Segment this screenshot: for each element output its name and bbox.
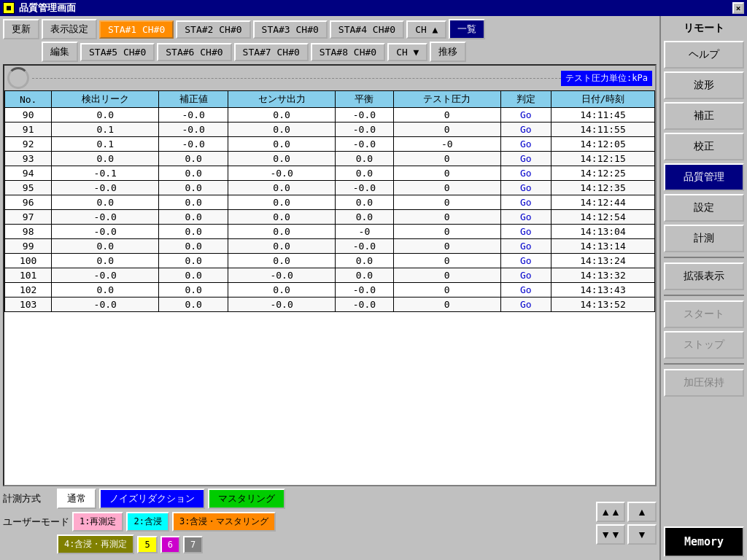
table-cell: 0.0 (228, 152, 336, 166)
table-cell: 0.0 (159, 195, 228, 210)
table-header-cell: 補正値 (159, 91, 228, 108)
bottom-arrow-button[interactable]: ▼▼ (596, 524, 625, 545)
edit-button[interactable]: 編集 (42, 42, 78, 62)
sta2-tab[interactable]: STA#2 CH#0 (176, 20, 250, 39)
close-button[interactable]: × (732, 2, 744, 14)
table-cell: Go (500, 210, 551, 225)
table-row[interactable]: 94-0.10.0-0.00.00Go14:12:25 (5, 166, 655, 181)
table-cell: -0.0 (52, 225, 159, 239)
table-cell: 0.0 (228, 122, 336, 137)
table-cell: -0.1 (52, 166, 159, 181)
settings-button[interactable]: 設定 (664, 194, 744, 222)
measurement-button[interactable]: 計測 (664, 225, 744, 252)
table-cell: 0.0 (159, 254, 228, 268)
sta7-tab[interactable]: STA#7 CH#0 (234, 43, 309, 61)
help-button[interactable]: ヘルプ (664, 41, 744, 69)
table-row[interactable]: 960.00.00.00.00Go14:12:44 (5, 195, 655, 210)
user-mode-7[interactable]: 7 (183, 536, 203, 553)
pressure-hold-button[interactable]: 加圧保持 (664, 369, 744, 397)
table-cell: Go (500, 137, 551, 152)
user-mode-6[interactable]: 6 (160, 536, 180, 553)
table-cell: Go (500, 166, 551, 181)
display-settings-button[interactable]: 表示設定 (42, 19, 97, 39)
table-cell: 0.0 (335, 254, 393, 268)
sta3-tab[interactable]: STA#3 CH#0 (253, 20, 328, 39)
up-arrow-button[interactable]: ▲ (627, 502, 657, 522)
table-cell: 14:13:04 (551, 225, 654, 239)
user-mode-1[interactable]: 1:再測定 (72, 512, 123, 532)
table-cell: 0.0 (335, 195, 393, 210)
table-header-cell: No. (5, 91, 52, 108)
window-title: 品質管理画面 (19, 1, 76, 15)
quality-button[interactable]: 品質管理 (664, 163, 744, 191)
mode-noise-reduction[interactable]: ノイズリダクション (99, 489, 205, 509)
pressure-label: テスト圧力単位:kPa (561, 71, 652, 86)
user-mode-2[interactable]: 2:含浸 (126, 512, 169, 532)
table-row[interactable]: 98-0.00.00.0-00Go14:13:04 (5, 225, 655, 239)
table-row[interactable]: 101-0.00.0-0.00.00Go14:13:32 (5, 268, 655, 283)
table-cell: -0.0 (159, 108, 228, 122)
table-row[interactable]: 920.1-0.00.0-0.0-0Go14:12:05 (5, 137, 655, 152)
stop-button[interactable]: ストップ (664, 331, 744, 359)
table-cell: 0.0 (335, 166, 393, 181)
start-button[interactable]: スタート (664, 300, 744, 328)
sta8-tab[interactable]: STA#8 CH#0 (311, 43, 385, 61)
sta5-tab[interactable]: STA#5 CH#0 (80, 43, 155, 61)
sta4-tab[interactable]: STA#4 CH#0 (330, 20, 404, 39)
user-mode-4[interactable]: 4:含浸・再測定 (57, 534, 134, 554)
trend-button[interactable]: 推移 (430, 42, 466, 62)
calibration-button[interactable]: 校正 (664, 133, 744, 160)
user-mode-row: ユーザーモード 1:再測定 2:含浸 3:含浸・マスタリング (3, 512, 593, 532)
sidebar-divider-3 (664, 363, 744, 365)
table-cell: 0 (393, 239, 500, 254)
table-row[interactable]: 95-0.00.00.0-0.00Go14:12:35 (5, 181, 655, 195)
correction-button[interactable]: 補正 (664, 102, 744, 130)
table-cell: -0.0 (159, 137, 228, 152)
table-cell: 0.0 (52, 239, 159, 254)
table-row[interactable]: 97-0.00.00.00.00Go14:12:54 (5, 210, 655, 225)
update-button[interactable]: 更新 (3, 19, 39, 39)
table-row[interactable]: 930.00.00.00.00Go14:12:15 (5, 152, 655, 166)
table-cell: 14:13:14 (551, 239, 654, 254)
table-cell: -0.0 (228, 298, 336, 312)
down-arrow-button[interactable]: ▼ (627, 524, 657, 545)
table-cell: Go (500, 283, 551, 298)
table-cell: -0.0 (228, 166, 336, 181)
mode-normal[interactable]: 通常 (57, 489, 96, 509)
table-cell: 0.0 (52, 108, 159, 122)
arrow-row-1: ▲▲ ▲ (596, 502, 657, 522)
table-cell: 0.0 (335, 268, 393, 283)
table-row[interactable]: 1000.00.00.00.00Go14:13:24 (5, 254, 655, 268)
user-mode-row-2: 4:含浸・再測定 5 6 7 (3, 534, 593, 554)
table-row[interactable]: 910.1-0.00.0-0.00Go14:11:55 (5, 122, 655, 137)
memory-button[interactable]: Memory (664, 526, 744, 557)
sta1-tab[interactable]: STA#1 CH#0 (99, 20, 174, 39)
top-arrow-button[interactable]: ▲▲ (596, 502, 625, 522)
table-cell: 0.0 (228, 239, 336, 254)
table-cell: -0.0 (335, 108, 393, 122)
table-row[interactable]: 990.00.00.0-0.00Go14:13:14 (5, 239, 655, 254)
table-row[interactable]: 900.0-0.00.0-0.00Go14:11:45 (5, 108, 655, 122)
mode-mastering[interactable]: マスタリング (208, 489, 285, 509)
table-header-cell: センサ出力 (228, 91, 336, 108)
table-cell: 0.0 (159, 225, 228, 239)
measurement-mode-row: 計測方式 通常 ノイズリダクション マスタリング (3, 489, 593, 509)
table-body: 900.0-0.00.0-0.00Go14:11:45910.1-0.00.0-… (5, 108, 655, 312)
user-mode-5[interactable]: 5 (137, 536, 157, 553)
table-row[interactable]: 103-0.00.0-0.0-0.00Go14:13:52 (5, 298, 655, 312)
table-cell: 0 (393, 210, 500, 225)
table-cell: 0.0 (159, 239, 228, 254)
table-cell: 0.1 (52, 137, 159, 152)
table-cell: 0.0 (228, 181, 336, 195)
table-cell: 94 (5, 166, 52, 181)
ch-down-button[interactable]: CH ▼ (387, 43, 427, 61)
wave-button[interactable]: 波形 (664, 71, 744, 99)
extended-button[interactable]: 拡張表示 (664, 262, 744, 290)
sta6-tab[interactable]: STA#6 CH#0 (157, 43, 231, 61)
table-scroll[interactable]: No.検出リーク補正値センサ出力平衡テスト圧力判定日付/時刻 900.0-0.0… (4, 90, 655, 485)
list-button[interactable]: 一覧 (449, 19, 485, 39)
user-mode-3[interactable]: 3:含浸・マスタリング (172, 512, 276, 532)
table-cell: 0.0 (52, 152, 159, 166)
ch-up-button[interactable]: CH ▲ (406, 20, 446, 39)
table-row[interactable]: 1020.00.00.0-0.00Go14:13:43 (5, 283, 655, 298)
